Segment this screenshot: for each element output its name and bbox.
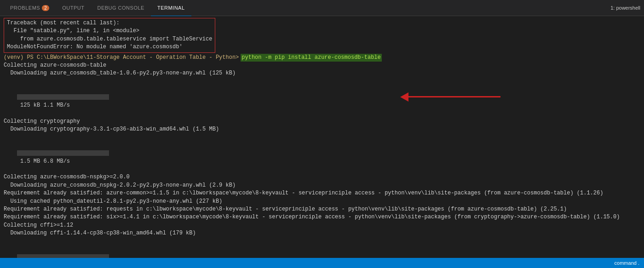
output-line-1: Downloading azure_cosmosdb_table-1.0.6-p… xyxy=(4,69,640,77)
output-line-11: Requirement already satisfied: six>=1.4.… xyxy=(4,213,640,221)
command-text: python -m pip install azure-cosmosdb-tab… xyxy=(241,54,381,62)
bottom-bar: command . xyxy=(0,258,644,268)
output-line-12: Collecting cffi>=1.12 xyxy=(4,222,640,229)
problems-badge: 2 xyxy=(42,5,49,11)
output-line-8: Requirement already satisfied: azure-com… xyxy=(4,189,640,197)
output-line-3: Collecting cryptography xyxy=(4,118,640,125)
output-line-0: Collecting azure-cosmosdb-table xyxy=(4,62,640,69)
tab-problems-label: PROBLEMS xyxy=(10,5,40,11)
output-line-4: Downloading cryptography-3.3.1-cp36-abi3… xyxy=(4,125,640,133)
traceback-line-4: ModuleNotFoundError: No module named 'az… xyxy=(7,43,212,51)
tab-output-label: OUTPUT xyxy=(62,5,84,11)
progress-bar-1 xyxy=(17,94,109,100)
tab-bar-left: PROBLEMS 2 OUTPUT DEBUG CONSOLE TERMINAL xyxy=(4,0,191,16)
output-line-6: Collecting azure-cosmosdb-nspkg>=2.0.0 xyxy=(4,173,640,181)
output-line-2: 125 kB 1.1 MB/s xyxy=(4,78,640,118)
tab-debug-console[interactable]: DEBUG CONSOLE xyxy=(91,0,150,16)
traceback-line-1: Traceback (most recent call last): xyxy=(7,19,212,27)
prompt-text: (venv) PS C:\LBWorkSpace\11-Storage Acco… xyxy=(4,54,239,62)
tab-terminal[interactable]: TERMINAL xyxy=(151,0,191,16)
arrow-line xyxy=(408,96,500,97)
prompt-line: (venv) PS C:\LBWorkSpace\11-Storage Acco… xyxy=(4,54,640,62)
shortcut-label: command . xyxy=(615,260,639,266)
output-line-7: Downloading azure_cosmosdb_nspkg-2.0.2-p… xyxy=(4,182,640,189)
error-box: Traceback (most recent call last): File … xyxy=(4,18,215,53)
tab-terminal-label: TERMINAL xyxy=(157,5,185,11)
tab-debug-console-label: DEBUG CONSOLE xyxy=(97,5,144,11)
output-line-13: Downloading cffi-1.14.4-cp38-cp38-win_am… xyxy=(4,229,640,237)
traceback-line-3: from azure.cosmosdb.table.tableservice i… xyxy=(7,35,212,43)
panel-label: 1: powershell xyxy=(610,5,640,11)
output-line-10: Requirement already satisfied: requests … xyxy=(4,205,640,213)
terminal-container[interactable]: Traceback (most recent call last): File … xyxy=(0,16,644,268)
arrow-head xyxy=(400,92,408,102)
tab-problems[interactable]: PROBLEMS 2 xyxy=(4,0,56,16)
tab-bar: PROBLEMS 2 OUTPUT DEBUG CONSOLE TERMINAL… xyxy=(0,0,644,16)
arrow-annotation xyxy=(408,96,500,97)
output-line-9: Using cached python_dateutil-2.8.1-py2.p… xyxy=(4,198,640,205)
tab-output[interactable]: OUTPUT xyxy=(56,0,91,16)
progress-bar-2 xyxy=(17,150,109,156)
output-line-5: 1.5 MB 6.8 MB/s xyxy=(4,133,640,173)
traceback-line-2: File "satable.py", line 1, in <module> xyxy=(7,27,212,35)
